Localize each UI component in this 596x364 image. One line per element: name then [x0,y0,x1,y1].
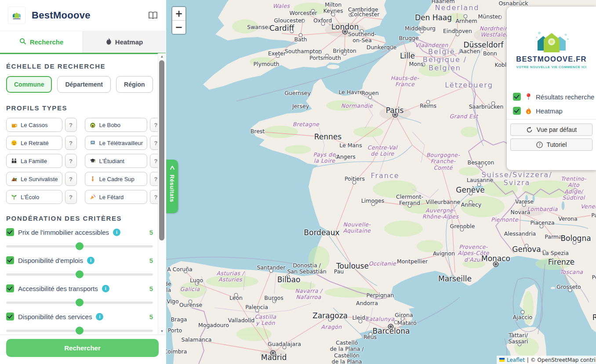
scrollbar-down-arrow[interactable]: ▼ [158,329,166,334]
scrollbar-up-arrow[interactable]: ▲ [158,54,166,59]
city-marker [353,181,356,185]
city-marker [184,269,188,273]
city-marker [493,262,499,267]
tab-heatmap[interactable]: Heatmap [83,31,166,53]
profile-help-button[interactable]: ? [150,118,158,132]
profile-button[interactable]: Le Bobo [85,118,147,132]
tab-recherche[interactable]: Recherche [0,31,83,53]
profile-button[interactable]: La Famille [6,154,62,168]
flame-icon [106,38,112,46]
sidebar-scrollbar[interactable]: ▲ ▼ [158,53,166,335]
scale-option-button[interactable]: Région [116,76,153,93]
profile-help-button[interactable]: ? [150,190,158,204]
profile-help-button[interactable]: ? [65,136,77,150]
city-marker [469,200,473,204]
slider-thumb[interactable] [76,298,84,306]
city-marker [318,50,322,54]
city-marker [568,288,572,292]
criteria-heading: PONDÉRATION DES CRITÈRES [6,215,158,222]
layer-label: Résultats recherche [536,93,594,101]
profile-help-button[interactable]: ? [65,190,77,204]
criterion-checkbox[interactable] [6,313,14,320]
profile-button[interactable]: L'Écolo [6,190,62,204]
city-marker [195,282,199,286]
layer-row: Heatmap [513,107,596,115]
panel-button[interactable]: Vue par défaut [510,124,592,136]
panel-button[interactable]: ? Tutoriel [510,138,592,151]
app-title: BestMooove [32,10,142,21]
criterion-checkbox[interactable] [6,256,14,264]
profile-help-button[interactable]: ? [65,154,77,168]
profile-icon [89,193,96,200]
profile-help-button[interactable]: ? [65,172,77,186]
criterion-checkbox[interactable] [6,284,14,292]
city-marker [299,33,303,37]
city-marker [313,270,316,274]
city-marker [491,102,495,106]
criterion-checkbox[interactable] [6,228,14,236]
profile-icon [11,175,18,182]
profile-button[interactable]: Le Survivaliste [6,172,62,186]
criterion-slider[interactable] [6,298,153,306]
profile-icon [11,193,18,200]
city-marker [498,15,502,19]
criterion-value: 5 [149,313,153,320]
city-marker [234,293,238,297]
profile-button[interactable]: Le Télétravailleur [85,136,147,150]
city-marker [321,22,325,26]
city-marker [333,232,337,236]
profile-button[interactable]: Le Cassos [6,118,62,132]
scrollbar-thumb[interactable] [159,60,164,240]
info-icon[interactable]: i [96,313,103,320]
city-marker [426,100,430,104]
city-marker [479,164,483,168]
layer-checkbox[interactable] [513,93,521,101]
profile-help-button[interactable]: ? [150,172,158,186]
profile-label: Le Télétravailleur [99,140,143,146]
profile-label: L'Écolo [21,194,39,200]
scale-option-button[interactable]: Commune [6,76,52,93]
results-panel-toggle[interactable]: Résultats [166,160,178,213]
profile-button[interactable]: Le Fêtard [85,190,147,204]
profile-label: Le Survivaliste [21,176,58,182]
city-marker [420,29,424,33]
slider-thumb[interactable] [76,242,84,250]
profile-button[interactable]: Le Cadre Sup [85,172,147,186]
city-marker [283,346,287,349]
slider-thumb[interactable] [76,327,84,335]
zoom-out-button[interactable]: − [172,21,185,34]
profile-label: Le Bobo [99,122,120,128]
city-marker [570,260,574,264]
panel-buttons: Vue par défaut ? Tutoriel [507,120,596,155]
info-icon[interactable]: i [102,285,109,292]
zoom-in-button[interactable]: + [172,7,185,21]
profile-help-button[interactable]: ? [150,136,158,150]
city-marker [171,300,174,304]
search-submit-button[interactable]: Rechercher [6,339,159,357]
profile-icon [89,175,96,182]
leaflet-link[interactable]: Leaflet [507,357,525,363]
profile-cell: Le Bobo ? [85,118,158,132]
city-marker [525,244,529,248]
profile-label: Le Retraité [21,140,49,146]
city-marker [456,33,460,36]
info-icon[interactable]: i [113,229,120,236]
tab-recherche-label: Recherche [30,38,64,46]
slider-thumb[interactable] [76,270,84,278]
profile-button[interactable]: L'Étudiant [85,154,147,168]
book-icon[interactable] [148,11,158,19]
criterion-slider[interactable] [6,327,153,335]
map[interactable]: WalesWorcesterMilton KeynesCambridgeColc… [166,0,596,364]
criterion-slider[interactable] [6,270,153,278]
criterion-label: Accessibilité des transports [18,285,98,292]
profile-icon [89,157,96,164]
profile-icon [89,139,96,146]
layer-checkbox[interactable] [513,107,521,115]
profile-button[interactable]: Le Retraité [6,136,62,150]
profile-icon [89,121,96,128]
profile-help-button[interactable]: ? [65,118,77,132]
scale-option-button[interactable]: Département [57,76,111,93]
info-icon[interactable]: i [87,257,94,264]
criterion-slider[interactable] [6,242,153,250]
profile-help-button[interactable]: ? [150,154,158,168]
